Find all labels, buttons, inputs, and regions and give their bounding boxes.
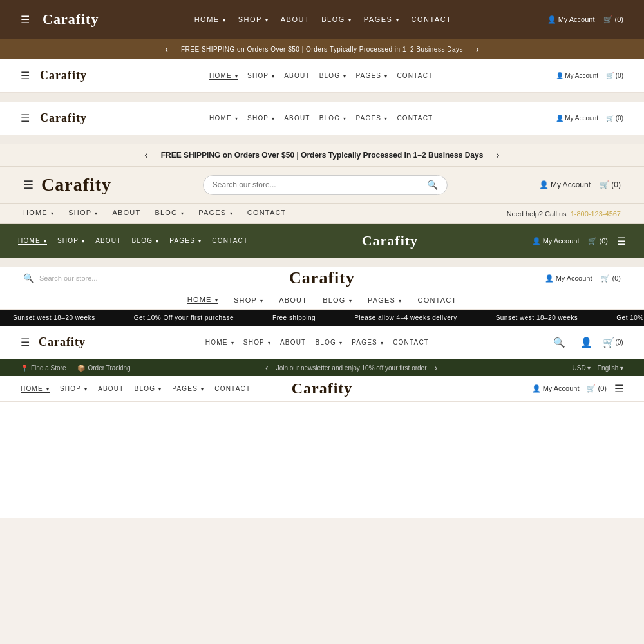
logo-v1[interactable]: Carafity (43, 11, 99, 28)
user-icon-v4[interactable]: 👤 My Account (532, 237, 580, 245)
user-btn-v6[interactable]: 👤 (576, 332, 596, 353)
nav-pages-v6[interactable]: PAGES ▾ (352, 339, 384, 346)
nav-blog-v4[interactable]: BLOG ▾ (132, 237, 160, 245)
nav-shop-v6[interactable]: SHOP ▾ (243, 339, 271, 346)
user-icon-v2b[interactable]: 👤 My Account (556, 115, 598, 122)
cart-icon-v4[interactable]: 🛒 (0) (588, 237, 608, 245)
logo-v3[interactable]: Carafity (41, 175, 111, 195)
language-selector[interactable]: English ▾ (597, 365, 623, 372)
nav-shop-v2[interactable]: SHOP ▾ (247, 72, 275, 79)
cart-icon-v2b[interactable]: 🛒 (0) (606, 115, 623, 122)
ann-next-btn-1[interactable]: › (476, 44, 479, 54)
search-bar-v3[interactable]: 🔍 (203, 175, 448, 195)
header-variant-1: ☰ Carafity HOME ▾ SHOP ▾ ABOUT BLOG ▾ PA… (0, 0, 644, 39)
hamburger-v2[interactable]: ☰ (21, 70, 30, 82)
nav-shop-v1[interactable]: SHOP ▾ (238, 15, 269, 23)
nav-contact-v7[interactable]: CONTACT (214, 385, 251, 393)
cart-icon-v3[interactable]: 🛒 (0) (600, 180, 621, 189)
nav-blog-v2[interactable]: BLOG ▾ (319, 72, 347, 79)
nav-pages-v2b[interactable]: PAGES ▾ (355, 115, 388, 122)
user-icon-v3[interactable]: 👤 My Account (539, 180, 591, 189)
find-store-link[interactable]: 📍 Find a Store (21, 365, 66, 372)
nav-home-v3[interactable]: HOME ▾ (23, 209, 54, 218)
user-icon-v7[interactable]: 👤 My Account (532, 384, 580, 393)
nav-contact-v2[interactable]: CONTACT (397, 72, 433, 79)
nav-shop-v3[interactable]: SHOP ▾ (68, 209, 98, 218)
nav-home-v7[interactable]: HOME ▾ (21, 385, 50, 393)
nav-blog-v3[interactable]: BLOG ▾ (155, 209, 184, 218)
cart-icon-v5[interactable]: 🛒 (0) (601, 274, 621, 283)
nav-home-v6[interactable]: HOME ▾ (205, 339, 234, 346)
nav-home-v4[interactable]: HOME ▾ (18, 237, 47, 245)
nav-contact-v4[interactable]: CONTACT (212, 237, 248, 245)
order-tracking-link[interactable]: 📦 Order Tracking (77, 365, 130, 372)
nav-pages-v1[interactable]: PAGES ▾ (364, 15, 400, 23)
nav-home-v2b[interactable]: HOME ▾ (209, 115, 238, 122)
logo-v5[interactable]: Carafity (289, 269, 355, 288)
cart-icon-v2[interactable]: 🛒 (0) (606, 72, 623, 79)
ann-prev-btn-3[interactable]: ‹ (144, 149, 147, 161)
nav-about-v2b[interactable]: ABOUT (284, 115, 310, 122)
nav-contact-v2b[interactable]: CONTACT (397, 115, 433, 122)
phone-number[interactable]: 1-800-123-4567 (571, 210, 621, 218)
ann-prev-btn-1[interactable]: ‹ (165, 44, 168, 54)
nav-pages-v3[interactable]: PAGES ▾ (198, 209, 233, 218)
nav-blog-v1[interactable]: BLOG ▾ (321, 15, 352, 23)
logo-v2b[interactable]: Carafity (40, 111, 87, 125)
nav-home-v2[interactable]: HOME ▾ (209, 72, 238, 80)
hamburger-v2b[interactable]: ☰ (21, 112, 30, 124)
nav-about-v3[interactable]: ABOUT (113, 209, 141, 218)
ch-blog-v2: ▾ (343, 73, 346, 79)
hamburger-v6[interactable]: ☰ (21, 336, 30, 348)
cart-btn-v6[interactable]: 🛒 (0) (603, 332, 623, 353)
nav-shop-v7[interactable]: SHOP ▾ (60, 385, 88, 393)
nav-home-v1[interactable]: HOME ▾ (194, 15, 227, 23)
cart-icon-v7[interactable]: 🛒 (0) (587, 384, 607, 393)
logo-v6[interactable]: Carafity (39, 336, 86, 349)
nav-pages-v2[interactable]: PAGES ▾ (355, 72, 388, 79)
nav-pages-v7[interactable]: PAGES ▾ (172, 385, 204, 393)
search-input-v3[interactable] (213, 180, 422, 189)
logo-v2[interactable]: Carafity (40, 69, 87, 82)
logo-v7[interactable]: Carafity (292, 380, 353, 397)
ann-next-utility[interactable]: › (434, 363, 437, 373)
hamburger-v7[interactable]: ☰ (614, 383, 623, 395)
cart-icon-v1[interactable]: 🛒 (0) (603, 15, 623, 24)
user-icon-v5[interactable]: 👤 My Account (545, 274, 592, 283)
nav-blog-v7[interactable]: BLOG ▾ (135, 385, 162, 393)
nav-about-v4[interactable]: ABOUT (95, 237, 121, 245)
search-btn-v6[interactable]: 🔍 (549, 332, 569, 353)
nav-blog-v6[interactable]: BLOG ▾ (315, 339, 343, 346)
nav-home-v5[interactable]: HOME ▾ (187, 296, 218, 304)
nav-shop-v4[interactable]: SHOP ▾ (57, 237, 85, 245)
ann-next-btn-3[interactable]: › (496, 149, 499, 161)
nav-about-v7[interactable]: ABOUT (98, 385, 124, 393)
user-icon-v1[interactable]: 👤 My Account (547, 15, 595, 24)
nav-pages-v5[interactable]: PAGES ▾ (368, 296, 402, 304)
hamburger-v4[interactable]: ☰ (617, 235, 626, 247)
main-nav-v4: HOME ▾ SHOP ▾ ABOUT BLOG ▾ PAGES ▾ CONTA… (18, 237, 248, 245)
user-icon-v2[interactable]: 👤 My Account (556, 72, 598, 79)
nav-shop-v5[interactable]: SHOP ▾ (234, 296, 263, 304)
nav-about-v6[interactable]: ABOUT (280, 339, 306, 346)
nav-contact-v3[interactable]: CONTACT (247, 209, 287, 218)
cart-label-v5: (0) (612, 274, 621, 282)
hamburger-v3[interactable]: ☰ (23, 178, 33, 192)
nav-about-v5[interactable]: ABOUT (279, 296, 307, 304)
header-v3-right: 👤 My Account 🛒 (0) (539, 180, 621, 189)
hamburger-icon[interactable]: ☰ (21, 14, 30, 26)
nav-pages-v4[interactable]: PAGES ▾ (169, 237, 202, 245)
nav-blog-v2b[interactable]: BLOG ▾ (319, 115, 347, 122)
search-icon-v5[interactable]: 🔍 (23, 273, 34, 283)
nav-blog-v5[interactable]: BLOG ▾ (323, 296, 352, 304)
nav-about-v1[interactable]: ABOUT (281, 15, 310, 23)
logo-v4[interactable]: Carafity (362, 232, 418, 249)
nav-shop-v2b[interactable]: SHOP ▾ (247, 115, 275, 122)
ann-prev-utility[interactable]: ‹ (265, 363, 269, 373)
nav-contact-v1[interactable]: CONTACT (411, 15, 451, 23)
nav-contact-v5[interactable]: CONTACT (418, 296, 457, 304)
usd-selector[interactable]: USD ▾ (573, 365, 591, 372)
search-text-v5[interactable]: Search our store... (39, 274, 98, 282)
nav-about-v2[interactable]: ABOUT (284, 72, 310, 79)
nav-contact-v6[interactable]: CONTACT (393, 339, 429, 346)
